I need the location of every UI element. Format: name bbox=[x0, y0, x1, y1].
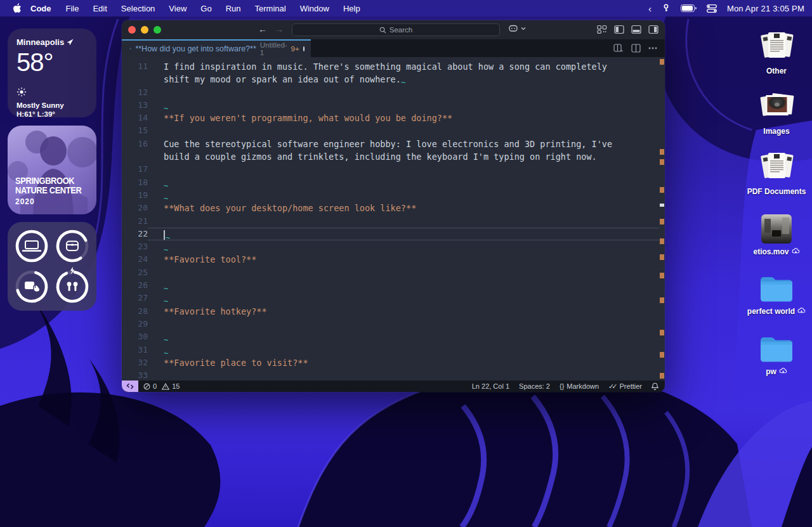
markdown-bold-text: **If you weren't programming, what would… bbox=[164, 113, 452, 123]
battery-icon[interactable] bbox=[681, 4, 697, 12]
desktop-icon-pdf-documents[interactable]: PDF Documents bbox=[742, 151, 811, 196]
minimize-window-button[interactable] bbox=[141, 26, 148, 34]
editor-line[interactable]: 29 bbox=[122, 318, 665, 330]
editor-line[interactable]: 28**Favorite hotkey?** bbox=[122, 305, 665, 318]
editor-line[interactable]: 26~ bbox=[122, 279, 665, 292]
language-mode-status[interactable]: {} Markdown bbox=[560, 382, 599, 390]
navigate-back-button[interactable]: ← bbox=[258, 24, 267, 34]
desktop-icon-images[interactable]: Images bbox=[742, 91, 811, 136]
sun-icon bbox=[16, 87, 27, 97]
editor-current-line[interactable]: 22~ bbox=[122, 228, 665, 240]
line-number bbox=[122, 73, 148, 86]
editor-line[interactable]: shift my mood or spark an idea out of no… bbox=[122, 73, 665, 86]
menu-item-view[interactable]: View bbox=[169, 4, 187, 13]
title-bar[interactable]: ← → Search bbox=[122, 20, 665, 39]
editor-line[interactable]: 23~ bbox=[122, 240, 665, 253]
editor-line[interactable]: 27~ bbox=[122, 292, 665, 304]
code-text: shift my mood or spark an idea out of no… bbox=[164, 74, 401, 84]
photo-caption-year: 2020 bbox=[15, 198, 88, 205]
notifications-bell-icon[interactable] bbox=[652, 382, 658, 390]
editor-line[interactable]: 17 bbox=[122, 163, 665, 176]
remote-indicator-button[interactable] bbox=[122, 381, 138, 392]
menu-item-help[interactable]: Help bbox=[343, 4, 360, 13]
editor-line[interactable]: 14**If you weren't programming, what wou… bbox=[122, 112, 665, 124]
formatter-label: Prettier bbox=[620, 382, 642, 390]
editor-line[interactable]: 31~ bbox=[122, 344, 665, 356]
close-window-button[interactable] bbox=[128, 26, 136, 34]
toggle-panel-icon[interactable] bbox=[631, 25, 641, 34]
editor-line[interactable]: 18~ bbox=[122, 176, 665, 189]
copilot-menu[interactable] bbox=[509, 24, 526, 32]
desktop-icon-other[interactable]: Other bbox=[742, 30, 811, 75]
editor-line[interactable]: 32**Favorite place to visit?** bbox=[122, 356, 665, 369]
menu-item-run[interactable]: Run bbox=[226, 4, 241, 13]
editor-line[interactable]: 20**What does your desktop/home screen l… bbox=[122, 202, 665, 214]
menu-item-file[interactable]: File bbox=[66, 4, 79, 13]
more-actions-icon[interactable] bbox=[648, 47, 657, 49]
editor-line[interactable]: 30~ bbox=[122, 330, 665, 343]
overview-ruler[interactable] bbox=[659, 57, 665, 381]
editor-line[interactable]: 16Cue the stereotypical software enginee… bbox=[122, 138, 665, 150]
menu-items: FileEditSelectionViewGoRunTerminalWindow… bbox=[59, 4, 367, 13]
menu-item-go[interactable]: Go bbox=[200, 4, 211, 13]
weather-temp: 58° bbox=[16, 48, 88, 77]
indentation-status[interactable]: Spaces: 2 bbox=[519, 382, 550, 390]
editor-line[interactable]: 11I find inspiration in music. There's s… bbox=[122, 60, 665, 73]
line-number: 21 bbox=[122, 215, 148, 228]
weather-widget[interactable]: Minneapolis 58° Mostly Sunny H:61° L:39° bbox=[8, 29, 96, 117]
code-text: I find inspiration in music. There's som… bbox=[164, 62, 607, 72]
line-number: 14 bbox=[122, 112, 148, 124]
menu-item-window[interactable]: Window bbox=[300, 4, 329, 13]
menu-item-selection[interactable]: Selection bbox=[121, 4, 155, 13]
editor-line[interactable]: build a couple gizmos and trinklets, inc… bbox=[122, 150, 665, 163]
problems-summary[interactable]: 0 15 bbox=[143, 382, 180, 390]
apple-logo-icon bbox=[13, 3, 22, 13]
battery-ring-airpods-case[interactable] bbox=[52, 226, 93, 266]
desktop-icon-etios-mov[interactable]: etios.mov bbox=[742, 211, 811, 256]
editor-line[interactable]: 33 bbox=[122, 369, 665, 381]
key-icon[interactable] bbox=[662, 4, 671, 13]
editor-line[interactable]: 13~ bbox=[122, 99, 665, 112]
editor-area[interactable]: 11I find inspiration in music. There's s… bbox=[122, 57, 665, 381]
split-editor-icon[interactable] bbox=[631, 44, 641, 53]
toggle-primary-sidebar-icon[interactable] bbox=[614, 25, 624, 34]
chevron-left-icon[interactable]: ‹ bbox=[648, 3, 652, 14]
toggle-secondary-sidebar-icon[interactable] bbox=[648, 25, 658, 34]
cursor-position-status[interactable]: Ln 22, Col 1 bbox=[472, 382, 509, 390]
weather-hi-lo: H:61° L:39° bbox=[16, 110, 88, 117]
menu-clock[interactable]: Mon Apr 21 3:05 PM bbox=[727, 4, 804, 13]
editor-line[interactable]: 24**Favorite tool?** bbox=[122, 253, 665, 266]
apple-menu[interactable] bbox=[8, 3, 27, 13]
location-arrow-icon bbox=[67, 39, 74, 46]
menu-item-terminal[interactable]: Terminal bbox=[255, 4, 286, 13]
editor-line[interactable]: 15 bbox=[122, 124, 665, 137]
desktop-icon-perfect-world[interactable]: perfect world bbox=[742, 271, 811, 316]
control-center-icon[interactable] bbox=[707, 4, 717, 13]
battery-ring-trackpad[interactable] bbox=[11, 266, 52, 307]
desktop-icon-pw[interactable]: pw bbox=[742, 331, 811, 376]
menu-app-name[interactable]: Code bbox=[30, 4, 51, 13]
window-controls bbox=[128, 26, 161, 34]
line-number bbox=[122, 150, 148, 163]
open-changes-icon[interactable] bbox=[613, 44, 624, 53]
photo-caption-line1: SPRINGBROOK bbox=[15, 176, 81, 186]
photos-widget[interactable]: SPRINGBROOK NATURE CENTER 2020 bbox=[8, 126, 96, 214]
customize-layout-icon[interactable] bbox=[597, 25, 607, 34]
menu-item-edit[interactable]: Edit bbox=[93, 4, 107, 13]
tab-untitled-1[interactable]: **How did you get into software?** Untit… bbox=[122, 39, 311, 57]
battery-ring-airpods[interactable] bbox=[52, 266, 93, 307]
line-number: 25 bbox=[122, 266, 148, 279]
editor-line[interactable]: 21 bbox=[122, 215, 665, 228]
editor-line[interactable]: 19~ bbox=[122, 189, 665, 202]
desktop-icon-label: perfect world bbox=[747, 307, 795, 316]
warnings-count: 15 bbox=[172, 382, 180, 390]
unsaved-changes-dot[interactable] bbox=[303, 46, 304, 51]
zoom-window-button[interactable] bbox=[154, 26, 161, 34]
formatter-status[interactable]: ✓✓ Prettier bbox=[608, 382, 642, 391]
batteries-widget[interactable] bbox=[8, 222, 96, 311]
navigate-forward-button[interactable]: → bbox=[275, 24, 284, 34]
editor-line[interactable]: 25 bbox=[122, 266, 665, 279]
battery-ring-macbook[interactable] bbox=[11, 226, 52, 266]
editor-line[interactable]: 12 bbox=[122, 86, 665, 99]
command-center-search[interactable]: Search bbox=[292, 23, 500, 36]
